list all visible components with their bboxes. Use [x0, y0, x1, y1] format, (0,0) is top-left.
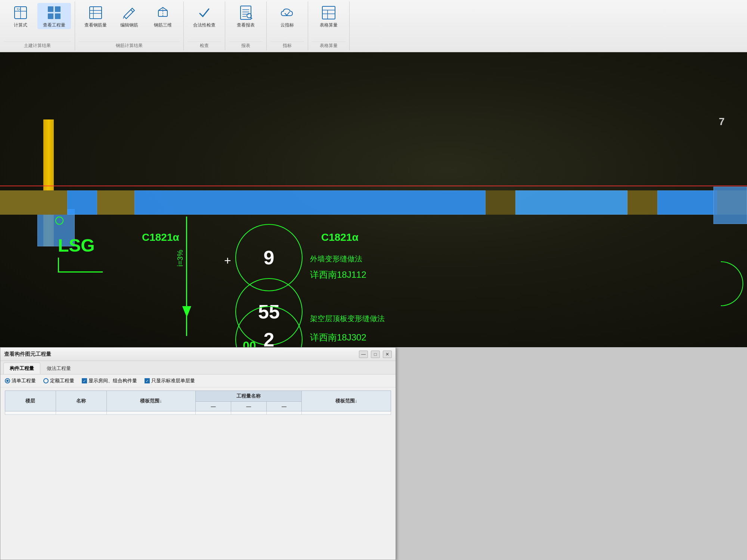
check-group-label: 检查	[187, 41, 221, 50]
index-group-label: 指标	[270, 41, 304, 50]
toolbar-buttons-rebar: 查看钢筋量 编辑钢筋	[79, 1, 180, 41]
col-header-floor: 楼层	[5, 391, 56, 411]
cad-annot-1: 外墙变形缝做法	[310, 254, 362, 264]
cad-red-line	[0, 186, 747, 186]
radio-dot-quota	[43, 378, 49, 383]
cad-label-7: 7	[719, 116, 725, 128]
view-rebar-label: 查看钢筋量	[84, 22, 107, 28]
restore-button[interactable]: □	[371, 351, 380, 358]
rebar-3d-icon	[155, 4, 171, 21]
svg-rect-6	[48, 13, 53, 19]
cad-vert-line	[186, 217, 187, 336]
calc-icon: f(x)	[12, 4, 29, 21]
toolbar-group-index: 云指标 指标	[267, 1, 308, 50]
toolbar-group-rebar: 查看钢筋量 编辑钢筋	[75, 1, 184, 50]
beam-blue-1	[67, 190, 97, 215]
toolbar-group-table-calc: 表格算量 表格算量	[308, 1, 350, 50]
report-group-label: 报表	[229, 41, 263, 50]
grid-icon	[46, 4, 62, 21]
dialog-title: 查看构件图元工程量	[4, 351, 51, 358]
cad-annot-4: 详西南18J302	[310, 332, 366, 343]
svg-rect-23	[322, 6, 335, 19]
cad-column-right-blue	[713, 187, 747, 224]
view-report-button[interactable]: 查看报表	[229, 3, 263, 29]
col-sub-3: —	[266, 402, 302, 411]
cad-viewport[interactable]: 7 LSG C1821α C1821α i=3% + 9	[0, 52, 747, 347]
radio-bill-qty[interactable]: 清单工程量	[5, 377, 36, 384]
radio-bill-label: 清单工程量	[12, 377, 36, 384]
civil-group-label: 土建计算结果	[4, 41, 71, 50]
svg-rect-16	[241, 6, 251, 19]
cloud-index-button[interactable]: 云指标	[270, 3, 304, 29]
toolbar-group-civil: f(x) 计算式 查看工程量 土建计算结果	[0, 1, 75, 50]
checkbox-std-floor-label: 只显示标准层单层量	[151, 377, 195, 384]
beam-blue-2	[134, 190, 486, 215]
beam-blue-3	[515, 190, 627, 215]
view-report-label: 查看报表	[237, 22, 255, 28]
table-calc-label: 表格算量	[320, 22, 338, 28]
col-header-floor-range2: 楼板范围↓	[302, 391, 391, 411]
rebar-edit-icon	[121, 4, 137, 21]
checkbox-show-std-floor[interactable]: ✓ 只显示标准层单层量	[145, 377, 195, 384]
beam-blue-4	[657, 190, 717, 215]
toolbar-buttons-index: 云指标	[270, 1, 304, 41]
table-calc-group-label: 表格算量	[312, 41, 345, 50]
cad-arrow-down	[182, 306, 191, 317]
beam-dark-4	[627, 190, 657, 215]
checkbox-show-room[interactable]: ✓ 显示房间、组合构件量	[82, 377, 137, 384]
cad-slope-label: i=3%	[176, 250, 185, 267]
svg-rect-4	[48, 6, 53, 12]
tab-method-qty[interactable]: 做法工程量	[40, 363, 77, 374]
svg-rect-5	[55, 6, 61, 12]
svg-text:f(x): f(x)	[17, 7, 21, 11]
rebar-view-icon	[87, 4, 104, 21]
view-rebar-button[interactable]: 查看钢筋量	[79, 3, 112, 29]
tab-component-qty[interactable]: 构件工程量	[3, 363, 40, 374]
table-row	[5, 411, 391, 415]
cad-column-right	[713, 149, 747, 224]
toolbar-group-check: 合法性检查 检查	[184, 1, 225, 50]
beam-dark-3	[486, 190, 515, 215]
radio-quota-label: 定额工程量	[50, 377, 74, 384]
edit-rebar-label: 编辑钢筋	[120, 22, 138, 28]
dialog-options: 清单工程量 定额工程量 ✓ 显示房间、组合构件量 ✓ 只显示标准层单层量	[0, 374, 396, 388]
view-qty-button[interactable]: 查看工程量	[37, 3, 71, 29]
cloud-icon	[279, 4, 295, 21]
svg-line-13	[123, 16, 124, 19]
edit-rebar-button[interactable]: 编辑钢筋	[112, 3, 146, 29]
cad-beam	[0, 190, 747, 215]
col-header-name: 名称	[56, 391, 106, 411]
close-button[interactable]: ✕	[383, 351, 392, 358]
dialog-titlebar: 查看构件图元工程量 — □ ✕	[0, 348, 396, 361]
col-sub-1: —	[196, 402, 231, 411]
dialog-table-area: 楼层 名称 楼板范围↓ 工程量名称 楼板范围↓ — — —	[0, 388, 396, 551]
cloud-index-label: 云指标	[280, 22, 294, 28]
radio-dot-bill	[5, 378, 10, 383]
calc-mode-button[interactable]: f(x) 计算式	[4, 3, 37, 29]
cad-num-bot2: 00	[243, 339, 256, 347]
table-icon	[320, 4, 337, 21]
beam-dark-1	[0, 190, 67, 215]
checkbox-std-floor-box: ✓	[145, 378, 150, 383]
col-sub-2: —	[231, 402, 266, 411]
cad-lsg-bracket	[58, 258, 103, 273]
cad-c1821a-left: C1821α	[142, 231, 179, 243]
legality-check-button[interactable]: 合法性检查	[187, 3, 221, 29]
cad-annot-2: 详西南18J112	[310, 269, 366, 281]
cad-small-circle	[55, 217, 63, 225]
cad-right-arc	[721, 261, 743, 306]
svg-rect-7	[55, 13, 61, 19]
dialog-table: 楼层 名称 楼板范围↓ 工程量名称 楼板范围↓ — — —	[5, 391, 391, 415]
toolbar-buttons-report: 查看报表	[229, 1, 263, 41]
cad-lsg-label: LSG	[58, 235, 95, 256]
radio-quota-qty[interactable]: 定额工程量	[43, 377, 74, 384]
cad-c1821a-right: C1821α	[321, 231, 359, 243]
cad-num-top: 9	[264, 246, 275, 269]
table-calc-button[interactable]: 表格算量	[312, 3, 345, 29]
minimize-button[interactable]: —	[359, 351, 368, 358]
calc-mode-label: 计算式	[14, 22, 27, 28]
beam-dark-2	[97, 190, 134, 215]
checkbox-room-label: 显示房间、组合构件量	[89, 377, 137, 384]
rebar-3d-button[interactable]: 钢筋三维	[146, 3, 180, 29]
dialog-controls: — □ ✕	[359, 351, 392, 358]
